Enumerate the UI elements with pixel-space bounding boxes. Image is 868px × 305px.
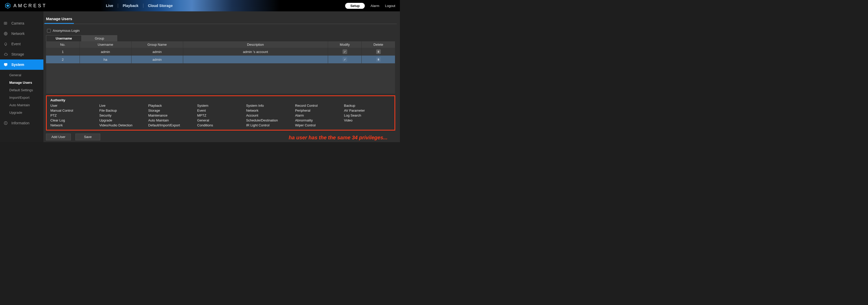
main-content: Manage Users Anonymous Login Username Gr…: [43, 11, 400, 142]
col-modify: Modify: [328, 41, 362, 48]
authority-item: Auto Maintain: [148, 118, 195, 122]
sidebar-item-system[interactable]: System: [0, 59, 43, 70]
authority-item: Clear Log: [51, 118, 97, 122]
sidebar-item-label: Camera: [11, 21, 24, 25]
save-button[interactable]: Save: [75, 134, 100, 140]
nav-cloud-storage[interactable]: Cloud Storage: [144, 4, 178, 8]
top-nav: Live Playback Cloud Storage: [101, 4, 177, 8]
authority-item: AV Parameter: [344, 109, 391, 113]
authority-item: File Backup: [99, 109, 146, 113]
authority-item: Event: [197, 109, 244, 113]
sidebar-item-label: Information: [11, 121, 29, 125]
authority-item: Abnormality: [295, 118, 342, 122]
authority-title: Authority: [51, 98, 391, 102]
authority-item: System Info: [246, 104, 293, 108]
annotation-text: ha user has the the same 34 privileges..…: [289, 133, 395, 141]
brand-logo: AMCREST: [5, 3, 47, 9]
sidebar-item-label: Network: [11, 32, 25, 36]
delete-icon[interactable]: [376, 49, 381, 54]
brand-text: AMCREST: [13, 3, 47, 8]
nav-playback[interactable]: Playback: [118, 4, 143, 8]
col-description: Description: [183, 41, 328, 48]
cell-no: 1: [46, 48, 80, 56]
authority-item: PTZ: [51, 114, 97, 117]
col-username: Username: [80, 41, 131, 48]
authority-item: Video: [344, 118, 391, 122]
table-empty-space: [46, 63, 395, 94]
sidebar-item-camera[interactable]: Camera: [0, 18, 43, 28]
authority-item: Network: [246, 109, 293, 113]
sidebar-item-information[interactable]: Information: [0, 118, 43, 128]
authority-item: Account: [246, 114, 293, 117]
setup-button[interactable]: Setup: [345, 3, 365, 9]
authority-item: Live: [99, 104, 146, 108]
cell-username: ha: [80, 56, 131, 63]
sub-item-import-export[interactable]: Import/Export: [0, 94, 43, 101]
add-user-button[interactable]: Add User: [46, 134, 71, 140]
tab-group[interactable]: Group: [82, 35, 117, 41]
authority-panel: Authority UserLivePlaybackSystemSystem I…: [46, 95, 395, 130]
sidebar-item-event[interactable]: Event: [0, 39, 43, 49]
users-table: No. Username Group Name Description Modi…: [46, 41, 395, 63]
alarm-link[interactable]: Alarm: [370, 4, 379, 8]
cell-group: admin: [131, 56, 183, 63]
authority-item: Record Control: [295, 104, 342, 108]
sub-item-manage-users[interactable]: Manage Users: [0, 79, 43, 86]
delete-icon[interactable]: [376, 57, 381, 62]
authority-item: General: [197, 118, 244, 122]
table-row[interactable]: 1 admin admin admin 's account: [46, 48, 395, 56]
sub-item-general[interactable]: General: [0, 71, 43, 79]
sub-item-auto-maintain[interactable]: Auto Maintain: [0, 101, 43, 109]
cell-no: 2: [46, 56, 80, 63]
sidebar-item-storage[interactable]: Storage: [0, 49, 43, 59]
col-no: No.: [46, 41, 80, 48]
authority-item: IR Light Control: [246, 123, 293, 127]
authority-item: Log Search: [344, 114, 391, 117]
sidebar-item-label: System: [11, 63, 24, 67]
authority-item: Storage: [148, 109, 195, 113]
authority-item: Playback: [148, 104, 195, 108]
svg-rect-5: [4, 63, 7, 65]
authority-item: Network: [51, 123, 97, 127]
authority-item: Wiper Control: [295, 123, 342, 127]
monitor-icon: [3, 62, 8, 67]
cell-group: admin: [131, 48, 183, 56]
sub-item-upgrade[interactable]: Upgrade: [0, 109, 43, 116]
cloud-icon: [3, 52, 8, 57]
table-row[interactable]: 2 ha admin: [46, 56, 395, 63]
camera-icon: [3, 21, 8, 26]
col-delete: Delete: [362, 41, 395, 48]
svg-point-9: [5, 122, 6, 123]
authority-item: Conditions: [197, 123, 244, 127]
nav-live[interactable]: Live: [101, 4, 118, 8]
svg-marker-1: [6, 4, 9, 7]
authority-item: Security: [99, 114, 146, 117]
logout-link[interactable]: Logout: [385, 4, 395, 8]
cell-username: admin: [80, 48, 131, 56]
bell-icon: [3, 41, 8, 47]
modify-icon[interactable]: [343, 57, 347, 62]
authority-item: Peripheral: [295, 109, 342, 113]
authority-item: MPTZ: [197, 114, 244, 117]
sidebar-item-label: Event: [11, 42, 21, 46]
sidebar-item-label: Storage: [11, 52, 24, 56]
logo-hex-icon: [5, 3, 11, 9]
cell-description: admin 's account: [183, 48, 328, 56]
svg-rect-2: [4, 22, 7, 25]
globe-icon: [3, 31, 8, 36]
modify-icon[interactable]: [343, 49, 347, 54]
authority-item: Schedule/Destination: [246, 118, 293, 122]
info-icon: [3, 120, 8, 126]
authority-item: Upgrade: [99, 118, 146, 122]
svg-rect-6: [5, 66, 6, 66]
sidebar: Camera Network Event Storage System Gene…: [0, 11, 43, 142]
cell-description: [183, 56, 328, 63]
anonymous-login-checkbox[interactable]: [47, 29, 51, 33]
authority-item: Video/Audio Detection: [99, 123, 146, 127]
authority-item: Backup: [344, 104, 391, 108]
page-title: Manage Users: [44, 11, 74, 24]
sidebar-item-network[interactable]: Network: [0, 28, 43, 39]
sub-item-default-settings[interactable]: Default Settings: [0, 86, 43, 94]
tab-username[interactable]: Username: [46, 35, 82, 41]
authority-item: Manual Control: [51, 109, 97, 113]
